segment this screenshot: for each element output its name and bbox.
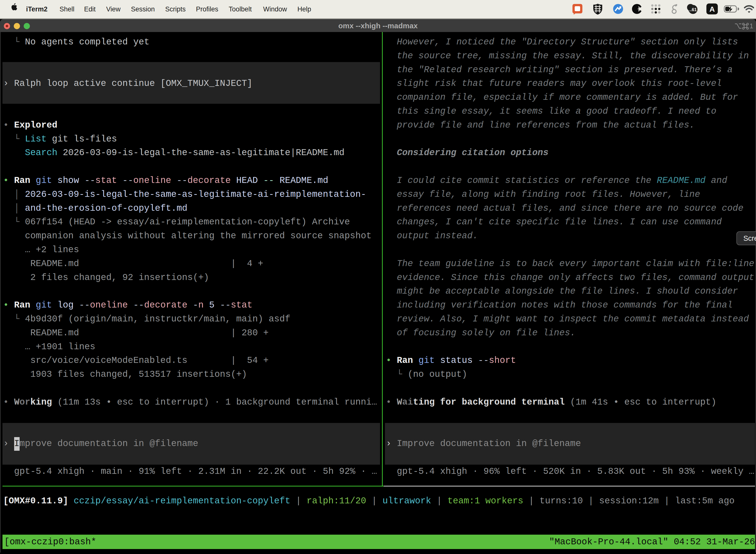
- svg-text:..61: ..61: [689, 7, 697, 12]
- svg-text:A: A: [709, 5, 715, 13]
- svg-text:1: 1: [750, 22, 753, 30]
